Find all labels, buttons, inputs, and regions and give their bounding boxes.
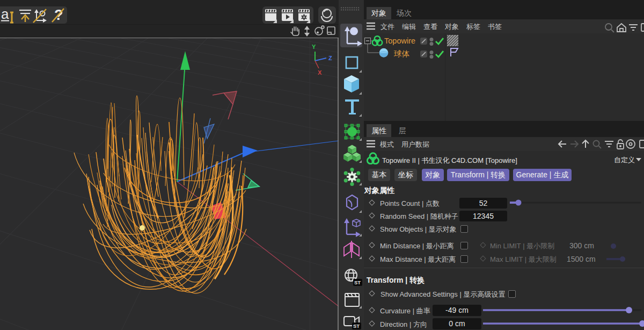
svg-text:X: X <box>318 69 322 76</box>
svg-text:Y: Y <box>312 44 316 50</box>
svg-text:a: a <box>1 6 9 22</box>
svg-text:Z: Z <box>328 55 332 61</box>
svg-text:ST: ST <box>354 279 361 285</box>
svg-text:ST: ST <box>353 323 360 329</box>
